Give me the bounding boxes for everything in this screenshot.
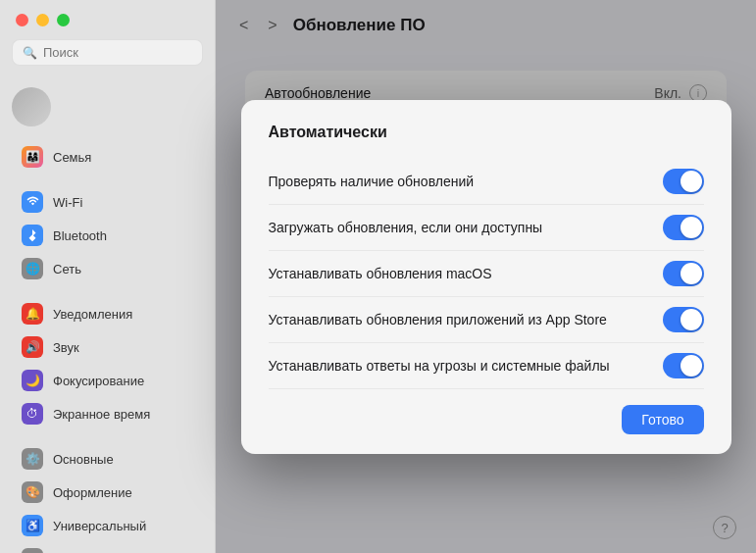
- accessibility-icon: ♿: [22, 515, 43, 536]
- main-content: < > Обновление ПО Автообновление Вкл. i …: [216, 0, 756, 553]
- toggle-install-macos[interactable]: [663, 261, 704, 286]
- sidebar-item-label: Оформление: [53, 485, 132, 500]
- overlay: Автоматически Проверять наличие обновлен…: [216, 0, 756, 553]
- toggle-check-updates[interactable]: [663, 169, 704, 194]
- toggle-install-appstore[interactable]: [663, 307, 704, 332]
- traffic-light-green[interactable]: [57, 14, 70, 26]
- search-icon: 🔍: [23, 46, 37, 60]
- traffic-light-yellow[interactable]: [36, 14, 49, 26]
- sidebar-item-label: Уведомления: [53, 307, 132, 322]
- dialog-row-1: Загружать обновления, если они доступны: [269, 205, 704, 251]
- general-icon: ⚙️: [22, 448, 43, 470]
- network-icon: 🌐: [22, 258, 43, 279]
- dialog-title: Автоматически: [269, 124, 704, 141]
- dialog-row-0: Проверять наличие обновлений: [269, 159, 704, 205]
- toggle-security-files[interactable]: [663, 353, 704, 378]
- sidebar-item-label: Bluetooth: [53, 228, 107, 243]
- traffic-light-red[interactable]: [16, 14, 28, 26]
- sidebar-item-wifi[interactable]: Wi-Fi: [8, 186, 207, 218]
- sidebar-item-bluetooth[interactable]: Bluetooth: [8, 220, 207, 251]
- sound-icon: 🔊: [22, 336, 43, 358]
- sidebar-item-label: Основные: [53, 452, 114, 467]
- dialog-row-label-3: Устанавливать обновления приложений из A…: [269, 312, 607, 327]
- dialog-row-2: Устанавливать обновления macOS: [269, 251, 704, 297]
- search-input[interactable]: [43, 45, 192, 60]
- dialog-footer: Готово: [269, 405, 704, 434]
- dialog-row-label-1: Загружать обновления, если они доступны: [269, 220, 543, 235]
- sidebar: 🔍 👨‍👩‍👧 Семья Wi-Fi Bluetooth 🌐 Сеть 🔔 У…: [0, 0, 216, 553]
- screentime-icon: ⏱: [22, 403, 43, 425]
- done-button[interactable]: Готово: [622, 405, 703, 434]
- toggle-download-updates[interactable]: [663, 215, 704, 240]
- sidebar-item-notifications[interactable]: 🔔 Уведомления: [8, 298, 207, 329]
- sidebar-item-label: Фокусирование: [53, 374, 144, 388]
- sidebar-item-family[interactable]: 👨‍👩‍👧 Семья: [8, 141, 207, 173]
- sidebar-item-label: Экранное время: [53, 407, 150, 422]
- dialog-row-label-0: Проверять наличие обновлений: [269, 174, 475, 189]
- wifi-icon: [22, 191, 43, 213]
- search-bar[interactable]: 🔍: [12, 39, 203, 66]
- notifications-icon: 🔔: [22, 303, 43, 325]
- sidebar-item-general[interactable]: ⚙️ Основные: [8, 443, 207, 475]
- sidebar-item-label: Wi-Fi: [53, 195, 82, 210]
- avatar: [12, 87, 51, 126]
- dialog: Автоматически Проверять наличие обновлен…: [241, 100, 731, 454]
- sidebar-item-label: Звук: [53, 340, 79, 355]
- sidebar-item-screentime[interactable]: ⏱ Экранное время: [8, 398, 207, 429]
- bluetooth-icon: [22, 225, 43, 246]
- traffic-lights: [16, 14, 70, 26]
- dialog-row-3: Устанавливать обновления приложений из A…: [269, 297, 704, 343]
- sidebar-item-focus[interactable]: 🌙 Фокусирование: [8, 365, 207, 396]
- control-icon: 🎛: [22, 548, 43, 553]
- focus-icon: 🌙: [22, 370, 43, 391]
- sidebar-item-appearance[interactable]: 🎨 Оформление: [8, 477, 207, 508]
- dialog-row-label-2: Устанавливать обновления macOS: [269, 266, 492, 281]
- sidebar-item-label: Семья: [53, 150, 91, 165]
- sidebar-item-sound[interactable]: 🔊 Звук: [8, 331, 207, 363]
- sidebar-item-label: Универсальный: [53, 519, 146, 533]
- appearance-icon: 🎨: [22, 481, 43, 503]
- sidebar-item-accessibility[interactable]: ♿ Универсальный: [8, 510, 207, 541]
- family-icon: 👨‍👩‍👧: [22, 146, 43, 168]
- sidebar-item-network[interactable]: 🌐 Сеть: [8, 253, 207, 284]
- user-section[interactable]: [0, 81, 215, 132]
- sidebar-item-control[interactable]: 🎛 Пункт управления: [8, 543, 207, 553]
- dialog-row-4: Устанавливать ответы на угрозы и системн…: [269, 343, 704, 389]
- dialog-row-label-4: Устанавливать ответы на угрозы и системн…: [269, 358, 610, 374]
- sidebar-item-label: Сеть: [53, 262, 81, 276]
